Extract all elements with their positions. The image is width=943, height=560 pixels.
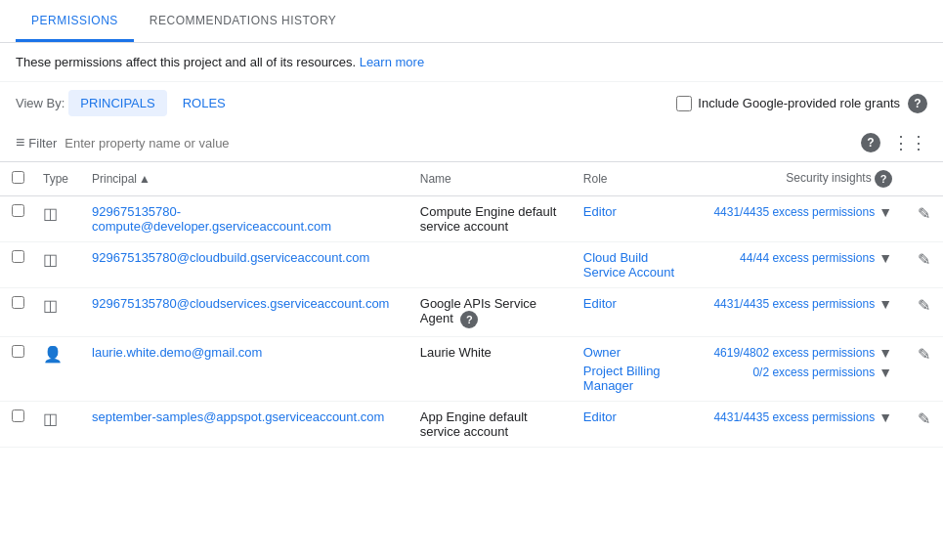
row1-type: ◫ — [31, 196, 80, 242]
row4-role1-link[interactable]: Owner — [583, 345, 621, 360]
row3-security-dropdown[interactable]: ▼ — [879, 296, 892, 312]
columns-icon[interactable]: ⋮⋮ — [892, 132, 927, 153]
row2-security-dropdown[interactable]: ▼ — [879, 250, 892, 266]
row3-security-link[interactable]: 4431/4435 excess permissions — [713, 297, 875, 311]
view-roles-button[interactable]: ROLES — [171, 90, 237, 116]
th-type-label: Type — [43, 172, 68, 186]
service-account-icon: ◫ — [43, 205, 58, 222]
th-security-label: Security insights — [786, 171, 871, 185]
table-header-row: Type Principal ▲ Name Role Security insi… — [0, 162, 943, 196]
row2-edit-icon[interactable]: ✎ — [918, 251, 930, 268]
row4-role2-link[interactable]: Project Billing Manager — [583, 364, 661, 393]
include-google-roles-checkbox[interactable] — [676, 96, 692, 111]
row3-checkbox[interactable] — [12, 296, 24, 309]
permissions-table: Type Principal ▲ Name Role Security insi… — [0, 162, 943, 448]
filter-input[interactable] — [64, 136, 853, 151]
row5-principal: september-samples@appspot.gserviceaccoun… — [80, 402, 408, 448]
row1-role: Editor — [572, 196, 689, 242]
row5-edit-icon[interactable]: ✎ — [918, 410, 930, 427]
row2-checkbox[interactable] — [12, 250, 24, 263]
row5-edit[interactable]: ✎ — [904, 402, 943, 448]
service-account-icon: ◫ — [43, 251, 58, 268]
row2-name — [408, 242, 572, 288]
row1-edit[interactable]: ✎ — [904, 196, 943, 242]
row4-principal: laurie.white.demo@gmail.com — [80, 337, 408, 402]
row5-security-link[interactable]: 4431/4435 excess permissions — [713, 410, 875, 424]
th-principal[interactable]: Principal ▲ — [80, 162, 408, 196]
th-type: Type — [31, 162, 80, 196]
row1-role-link[interactable]: Editor — [583, 204, 617, 219]
th-select-all[interactable] — [0, 162, 31, 196]
row1-principal-link[interactable]: 929675135780-compute@developer.gservicea… — [92, 204, 331, 234]
row4-edit-icon[interactable]: ✎ — [918, 346, 930, 363]
notice-bar: These permissions affect this project an… — [0, 43, 943, 82]
google-roles-help-icon[interactable]: ? — [908, 94, 927, 113]
row5-role-link[interactable]: Editor — [583, 409, 617, 424]
row4-checkbox[interactable] — [12, 345, 24, 358]
row3-role-link[interactable]: Editor — [583, 296, 617, 311]
row5-security-dropdown[interactable]: ▼ — [879, 409, 892, 425]
row2-edit[interactable]: ✎ — [904, 242, 943, 288]
row1-checkbox[interactable] — [12, 204, 24, 217]
row4-checkbox-cell[interactable] — [0, 337, 31, 402]
row2-security: 44/44 excess permissions ▼ — [689, 242, 904, 288]
row5-principal-link[interactable]: september-samples@appspot.gserviceaccoun… — [92, 409, 384, 424]
row2-checkbox-cell[interactable] — [0, 242, 31, 288]
filter-right: ? ⋮⋮ — [861, 132, 927, 153]
row3-type: ◫ — [31, 288, 80, 337]
row5-checkbox-cell[interactable] — [0, 402, 31, 448]
row1-security-dropdown[interactable]: ▼ — [879, 204, 892, 220]
row2-role: Cloud Build Service Account — [572, 242, 689, 288]
row5-role: Editor — [572, 402, 689, 448]
row3-checkbox-cell[interactable] — [0, 288, 31, 337]
th-actions — [904, 162, 943, 196]
row1-security: 4431/4435 excess permissions ▼ — [689, 196, 904, 242]
filter-label: Filter — [28, 136, 57, 151]
service-account-icon: ◫ — [43, 297, 58, 314]
filter-bar: ≡ Filter ? ⋮⋮ — [0, 124, 943, 162]
th-name: Name — [408, 162, 572, 196]
row4-security1-link[interactable]: 4619/4802 excess permissions — [713, 346, 875, 360]
row1-edit-icon[interactable]: ✎ — [918, 205, 930, 222]
notice-text: These permissions affect this project an… — [16, 55, 356, 69]
row3-name-text: Google APIs Service Agent — [420, 296, 536, 325]
filter-icon: ≡ — [16, 134, 24, 151]
row4-security2-dropdown[interactable]: ▼ — [879, 365, 892, 380]
row2-role-link[interactable]: Cloud Build Service Account — [583, 250, 674, 280]
include-google-roles-label[interactable]: Include Google-provided role grants — [676, 96, 900, 111]
row4-name-text: Laurie White — [420, 345, 492, 360]
filter-help-icon[interactable]: ? — [861, 133, 880, 152]
row4-security: 4619/4802 excess permissions ▼ 0/2 exces… — [689, 337, 904, 402]
row4-principal-link[interactable]: laurie.white.demo@gmail.com — [92, 345, 262, 360]
row1-checkbox-cell[interactable] — [0, 196, 31, 242]
row4-type: 👤 — [31, 337, 80, 402]
row1-security-link[interactable]: 4431/4435 excess permissions — [713, 205, 875, 219]
row3-principal-link[interactable]: 929675135780@cloudservices.gserviceaccou… — [92, 296, 389, 311]
table-row: 👤 laurie.white.demo@gmail.com Laurie Whi… — [0, 337, 943, 402]
row4-security1-dropdown[interactable]: ▼ — [879, 345, 892, 361]
row4-security2-link[interactable]: 0/2 excess permissions — [752, 366, 875, 379]
select-all-checkbox[interactable] — [12, 171, 24, 184]
row3-role: Editor — [572, 288, 689, 337]
row4-name: Laurie White — [408, 337, 572, 402]
row5-checkbox[interactable] — [12, 409, 24, 422]
row3-edit[interactable]: ✎ — [904, 288, 943, 337]
learn-more-link[interactable]: Learn more — [360, 55, 424, 69]
row4-role: Owner Project Billing Manager — [572, 337, 689, 402]
row5-name: App Engine default service account — [408, 402, 572, 448]
row3-name-help-icon[interactable]: ? — [460, 311, 478, 328]
view-by-left: View By: PRINCIPALS ROLES — [16, 90, 237, 116]
principal-sort-icon[interactable]: ▲ — [139, 172, 150, 186]
view-principals-button[interactable]: PRINCIPALS — [68, 90, 166, 116]
row2-security-link[interactable]: 44/44 excess permissions — [740, 251, 875, 265]
security-help-icon[interactable]: ? — [875, 170, 892, 188]
row2-principal-link[interactable]: 929675135780@cloudbuild.gserviceaccount.… — [92, 250, 369, 265]
row4-edit[interactable]: ✎ — [904, 337, 943, 402]
table-container: Type Principal ▲ Name Role Security insi… — [0, 162, 943, 448]
person-icon: 👤 — [43, 346, 63, 363]
th-name-label: Name — [420, 172, 451, 186]
row3-edit-icon[interactable]: ✎ — [918, 297, 930, 314]
include-google-roles-text: Include Google-provided role grants — [698, 96, 900, 110]
tab-permissions[interactable]: PERMISSIONS — [16, 0, 134, 42]
tab-recommendations-history[interactable]: RECOMMENDATIONS HISTORY — [134, 0, 353, 42]
